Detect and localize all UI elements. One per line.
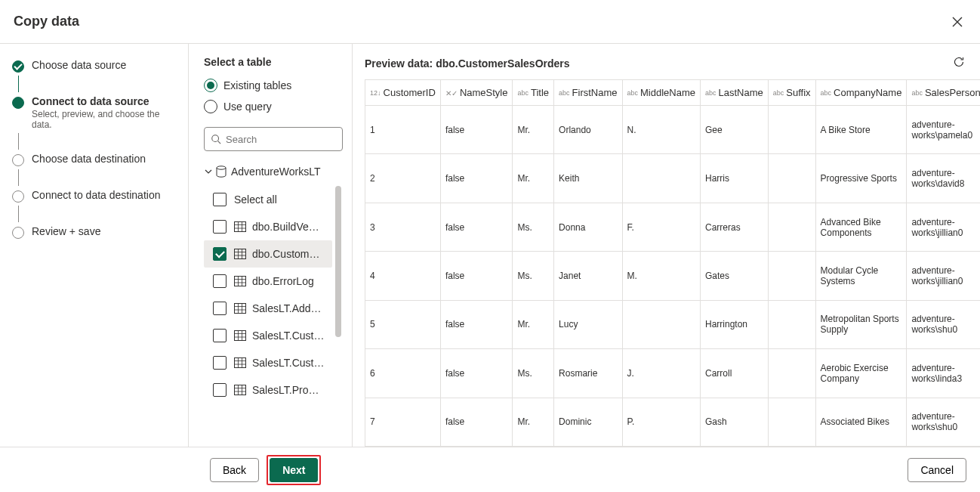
cell[interactable]: Lucy bbox=[554, 300, 622, 348]
cell[interactable]: Keith bbox=[554, 154, 622, 203]
step-connect-to-data-destination[interactable]: Connect to data destination bbox=[12, 189, 180, 203]
column-header[interactable]: abcTitle bbox=[513, 80, 554, 106]
database-node[interactable]: AdventureWorksLT bbox=[204, 162, 343, 181]
cell[interactable]: 3 bbox=[365, 203, 441, 251]
cancel-button[interactable]: Cancel bbox=[908, 458, 966, 482]
cell[interactable]: J. bbox=[622, 349, 701, 398]
cell[interactable]: Orlando bbox=[554, 106, 622, 154]
table-row[interactable]: 1falseMr.OrlandoN.GeeA Bike Storeadventu… bbox=[365, 106, 981, 154]
column-header[interactable]: abcSalesPerson bbox=[907, 80, 980, 106]
column-header[interactable]: ✕✓NameStyle bbox=[440, 80, 513, 106]
cell[interactable]: false bbox=[440, 154, 513, 203]
column-header[interactable]: 12↓CustomerID bbox=[365, 80, 441, 106]
cell[interactable]: false bbox=[440, 300, 513, 348]
table-item[interactable]: dbo.ErrorLog bbox=[204, 268, 332, 295]
cell[interactable]: Advanced Bike Components bbox=[815, 203, 907, 251]
cell[interactable]: adventure-works\shu0 bbox=[907, 300, 980, 348]
cell[interactable]: N. bbox=[622, 106, 701, 154]
cell[interactable]: adventure-works\jillian0 bbox=[907, 203, 980, 251]
cell[interactable]: Gates bbox=[701, 252, 769, 300]
cell[interactable]: adventure-works\david8 bbox=[907, 154, 980, 203]
cell[interactable]: Mr. bbox=[513, 398, 554, 446]
checkbox-icon[interactable] bbox=[213, 383, 227, 397]
table-item[interactable]: SalesLT.Cust… bbox=[204, 349, 332, 376]
cell[interactable]: Rosmarie bbox=[554, 349, 622, 398]
table-row[interactable]: 6falseMs.RosmarieJ.CarrollAerobic Exerci… bbox=[365, 349, 981, 398]
column-header[interactable]: abcFirstName bbox=[554, 80, 622, 106]
cell[interactable] bbox=[622, 300, 701, 348]
step-connect-to-data-source[interactable]: Connect to data source Select, preview, … bbox=[12, 95, 180, 130]
checkbox-icon[interactable] bbox=[213, 356, 227, 370]
table-row[interactable]: 7falseMr.DominicP.GashAssociated Bikesad… bbox=[365, 398, 981, 446]
back-button[interactable]: Back bbox=[210, 458, 259, 482]
cell[interactable]: Associated Bikes bbox=[815, 398, 907, 446]
cell[interactable]: 7 bbox=[365, 398, 441, 446]
cell[interactable] bbox=[768, 154, 815, 203]
cell[interactable]: Metropolitan Sports Supply bbox=[815, 300, 907, 348]
radio-use-query[interactable]: Use query bbox=[204, 100, 343, 113]
cell[interactable]: 2 bbox=[365, 154, 441, 203]
cell[interactable]: adventure-works\linda3 bbox=[907, 349, 980, 398]
cell[interactable]: 6 bbox=[365, 349, 441, 398]
cell[interactable]: 4 bbox=[365, 252, 441, 300]
table-row[interactable]: 3falseMs.DonnaF.CarrerasAdvanced Bike Co… bbox=[365, 203, 981, 251]
cell[interactable] bbox=[768, 398, 815, 446]
cell[interactable]: F. bbox=[622, 203, 701, 251]
refresh-button[interactable] bbox=[953, 56, 965, 70]
checkbox-icon[interactable] bbox=[213, 193, 227, 206]
checkbox-icon[interactable] bbox=[213, 220, 227, 234]
cell[interactable]: Aerobic Exercise Company bbox=[815, 349, 907, 398]
cell[interactable]: Gee bbox=[701, 106, 769, 154]
cell[interactable]: Progressive Sports bbox=[815, 154, 907, 203]
cell[interactable]: Ms. bbox=[513, 203, 554, 251]
checkbox-icon[interactable] bbox=[213, 329, 227, 342]
cell[interactable]: Ms. bbox=[513, 252, 554, 300]
table-list-scrollbar[interactable] bbox=[334, 186, 343, 404]
cell[interactable]: false bbox=[440, 252, 513, 300]
cell[interactable] bbox=[768, 349, 815, 398]
cell[interactable]: adventure-works\jillian0 bbox=[907, 252, 980, 300]
next-button[interactable]: Next bbox=[270, 458, 318, 482]
cell[interactable]: false bbox=[440, 203, 513, 251]
checkbox-icon[interactable] bbox=[213, 247, 227, 261]
column-header[interactable]: abcCompanyName bbox=[815, 80, 907, 106]
cell[interactable] bbox=[768, 300, 815, 348]
table-item[interactable]: SalesLT.Cust… bbox=[204, 322, 332, 349]
cell[interactable]: 5 bbox=[365, 300, 441, 348]
cell[interactable]: Harris bbox=[701, 154, 769, 203]
search-input[interactable] bbox=[226, 134, 336, 145]
table-row[interactable]: 5falseMr.LucyHarringtonMetropolitan Spor… bbox=[365, 300, 981, 348]
cell[interactable]: adventure-works\shu0 bbox=[907, 398, 980, 446]
cell[interactable]: Mr. bbox=[513, 154, 554, 203]
cell[interactable]: Mr. bbox=[513, 106, 554, 154]
cell[interactable] bbox=[768, 252, 815, 300]
cell[interactable]: A Bike Store bbox=[815, 106, 907, 154]
cell[interactable]: Dominic bbox=[554, 398, 622, 446]
checkbox-icon[interactable] bbox=[213, 302, 227, 315]
cell[interactable]: Harrington bbox=[701, 300, 769, 348]
cell[interactable]: Modular Cycle Systems bbox=[815, 252, 907, 300]
close-button[interactable] bbox=[948, 13, 966, 31]
table-row[interactable]: 2falseMr.KeithHarrisProgressive Sportsad… bbox=[365, 154, 981, 203]
checkbox-icon[interactable] bbox=[213, 274, 227, 288]
cell[interactable] bbox=[622, 154, 701, 203]
cell[interactable]: 1 bbox=[365, 106, 441, 154]
cell[interactable]: Donna bbox=[554, 203, 622, 251]
radio-existing-tables[interactable]: Existing tables bbox=[204, 79, 343, 92]
cell[interactable] bbox=[768, 106, 815, 154]
cell[interactable]: Mr. bbox=[513, 300, 554, 348]
cell[interactable]: adventure-works\pamela0 bbox=[907, 106, 980, 154]
table-item[interactable]: SalesLT.Add… bbox=[204, 295, 332, 322]
table-item[interactable]: dbo.BuildVe… bbox=[204, 213, 332, 240]
cell[interactable]: Carreras bbox=[701, 203, 769, 251]
search-input-wrapper[interactable] bbox=[204, 127, 343, 151]
table-row[interactable]: 4falseMs.JanetM.GatesModular Cycle Syste… bbox=[365, 252, 981, 300]
column-header[interactable]: abcSuffix bbox=[768, 80, 815, 106]
column-header[interactable]: abcLastName bbox=[701, 80, 769, 106]
cell[interactable] bbox=[768, 203, 815, 251]
cell[interactable]: Gash bbox=[701, 398, 769, 446]
table-item[interactable]: dbo.Custom… bbox=[204, 240, 332, 268]
cell[interactable]: false bbox=[440, 106, 513, 154]
step-review-save[interactable]: Review + save bbox=[12, 225, 180, 239]
preview-grid[interactable]: 12↓CustomerID✕✓NameStyleabcTitleabcFirst… bbox=[365, 79, 980, 447]
